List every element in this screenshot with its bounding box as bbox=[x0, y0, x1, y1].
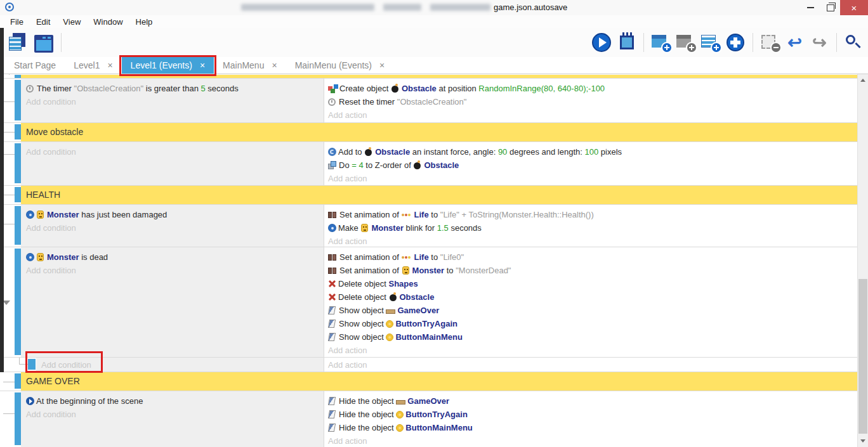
comment-text: HEALTH bbox=[21, 186, 857, 204]
tab-close-icon[interactable]: × bbox=[379, 60, 385, 70]
vertical-scrollbar[interactable] bbox=[857, 74, 868, 447]
action-line[interactable]: Show object ButtonMainMenu bbox=[328, 330, 853, 344]
tab-close-icon[interactable]: × bbox=[200, 60, 205, 70]
action-line[interactable]: Set animation of Life to "Life0" bbox=[328, 250, 853, 264]
event-selector-bar[interactable] bbox=[15, 249, 21, 355]
event-selector-bar[interactable] bbox=[28, 359, 36, 370]
add-condition-placeholder[interactable]: Add condition bbox=[26, 264, 319, 277]
action-line[interactable]: Reset the timer "ObstacleCreation" bbox=[328, 95, 853, 108]
tab-bar: Start Page Level1 × Level1 (Events) × Ma… bbox=[0, 57, 868, 74]
menu-view[interactable]: View bbox=[56, 17, 87, 27]
tab-level1-events[interactable]: Level1 (Events) × bbox=[122, 57, 214, 74]
action-line[interactable]: Hide the object ButtonTryAgain bbox=[328, 408, 853, 421]
condition-line[interactable]: Monster has just been damaged bbox=[26, 208, 319, 221]
tab-mainmenu-events[interactable]: MainMenu (Events) × bbox=[286, 57, 394, 74]
add-subevent-icon[interactable] bbox=[675, 32, 696, 53]
tree-tick bbox=[3, 382, 15, 382]
add-condition-placeholder[interactable]: Add condition bbox=[26, 221, 319, 235]
scroll-up-icon[interactable] bbox=[860, 79, 865, 82]
add-event-icon[interactable] bbox=[650, 32, 671, 53]
action-line[interactable]: Hide the object ButtonMainMenu bbox=[328, 421, 853, 434]
add-action-placeholder[interactable]: Add action bbox=[328, 108, 853, 122]
comment-cell[interactable]: HEALTH bbox=[21, 186, 857, 204]
add-circle-icon[interactable] bbox=[727, 34, 744, 51]
debug-icon[interactable] bbox=[620, 36, 634, 49]
menu-edit[interactable]: Edit bbox=[30, 17, 56, 27]
add-action-placeholder[interactable]: Add action bbox=[328, 344, 853, 357]
comment-cell[interactable] bbox=[21, 75, 857, 78]
event-selector-bar[interactable] bbox=[15, 392, 21, 445]
play-icon[interactable] bbox=[592, 33, 611, 52]
action-line[interactable]: Hide the object GameOver bbox=[328, 394, 853, 408]
undo-icon[interactable]: ↩ bbox=[784, 32, 805, 53]
minimize-button[interactable] bbox=[801, 0, 820, 15]
add-condition-placeholder[interactable]: Add condition bbox=[26, 408, 319, 421]
scene-editor-icon[interactable] bbox=[34, 35, 53, 53]
menu-help[interactable]: Help bbox=[129, 17, 159, 27]
event-selector-bar[interactable] bbox=[15, 373, 21, 389]
close-button[interactable]: × bbox=[840, 0, 868, 15]
visibility-icon bbox=[328, 410, 336, 418]
tree-tick bbox=[3, 154, 15, 155]
event-selector-bar[interactable] bbox=[15, 80, 21, 120]
action-line[interactable]: Add to Obstacle an instant force, angle:… bbox=[328, 145, 853, 159]
text-run: Show object bbox=[339, 306, 386, 315]
condition-line[interactable]: The timer "ObstacleCreation" is greater … bbox=[26, 82, 319, 95]
action-line[interactable]: Set animation of Monster to "MonsterDead… bbox=[328, 264, 853, 277]
add-condition-placeholder[interactable]: Add condition bbox=[41, 358, 319, 372]
comment-cell[interactable]: Move obstacle bbox=[21, 123, 857, 141]
scrollbar-thumb[interactable] bbox=[858, 279, 867, 434]
button-icon bbox=[386, 334, 393, 341]
text-run: "Life" + ToString(Monster.Health::Health… bbox=[440, 210, 594, 219]
add-condition-placeholder[interactable]: Add condition bbox=[26, 145, 319, 159]
action-line[interactable]: Delete object Obstacle bbox=[328, 290, 853, 304]
text-run: ButtonMainMenu bbox=[395, 332, 462, 342]
subevent-row: Add condition Add action bbox=[0, 358, 857, 372]
condition-line[interactable]: At the beginning of the scene bbox=[26, 394, 319, 408]
action-line[interactable]: Create object Obstacle at position Rando… bbox=[328, 82, 853, 95]
comment-cell[interactable]: GAME OVER bbox=[21, 372, 857, 391]
event-selector-bar[interactable] bbox=[15, 143, 21, 183]
add-action-placeholder[interactable]: Add action bbox=[328, 434, 853, 447]
action-line[interactable]: Show object ButtonTryAgain bbox=[328, 317, 853, 330]
action-line[interactable]: Do = 4 to Z-order of Obstacle bbox=[328, 159, 853, 172]
scroll-down-icon[interactable] bbox=[860, 439, 865, 443]
redo-icon[interactable]: ↩ bbox=[809, 32, 830, 53]
minimize-icon bbox=[807, 7, 814, 8]
action-line[interactable]: Set animation of Life to "Life" + ToStri… bbox=[328, 208, 853, 221]
monster-icon bbox=[37, 211, 44, 219]
restore-button[interactable] bbox=[820, 0, 840, 15]
timer-icon bbox=[26, 85, 34, 93]
menu-window[interactable]: Window bbox=[87, 17, 129, 27]
menu-file[interactable]: File bbox=[4, 17, 30, 27]
event-selector-bar[interactable] bbox=[15, 206, 21, 245]
add-action-placeholder[interactable]: Add action bbox=[328, 235, 853, 247]
add-comment-icon[interactable] bbox=[700, 32, 721, 53]
action-line[interactable]: Show object GameOver bbox=[328, 304, 853, 317]
remove-event-icon[interactable] bbox=[760, 32, 780, 53]
event-selector-bar[interactable] bbox=[15, 187, 21, 202]
window-title: game.json.autosave bbox=[494, 3, 567, 12]
text-run: ButtonTryAgain bbox=[405, 410, 468, 419]
title-bar: game.json.autosave × bbox=[0, 0, 868, 16]
event-selector-bar[interactable] bbox=[15, 124, 21, 139]
add-action-placeholder[interactable]: Add action bbox=[328, 358, 853, 372]
tab-close-icon[interactable]: × bbox=[272, 60, 277, 70]
tab-close-icon[interactable]: × bbox=[107, 60, 112, 70]
event-selector-bar[interactable] bbox=[15, 75, 21, 78]
condition-line[interactable]: Monster is dead bbox=[26, 250, 319, 264]
action-line[interactable]: Make Monster blink for 1.5 seconds bbox=[328, 221, 853, 235]
gdevelop-logo-icon bbox=[5, 3, 14, 11]
text-run: Do bbox=[339, 160, 352, 170]
add-action-placeholder[interactable]: Add action bbox=[328, 172, 853, 185]
search-icon[interactable] bbox=[843, 32, 864, 53]
text-run: at position bbox=[437, 84, 479, 93]
conditions-cell: The timer "ObstacleCreation" is greater … bbox=[21, 79, 324, 122]
tab-start-page[interactable]: Start Page bbox=[5, 57, 65, 74]
tab-level1[interactable]: Level1 × bbox=[65, 57, 121, 74]
tab-mainmenu[interactable]: MainMenu × bbox=[214, 57, 286, 74]
action-line[interactable]: Delete object Shapes bbox=[328, 277, 853, 290]
project-manager-icon[interactable] bbox=[6, 32, 27, 53]
add-condition-placeholder[interactable]: Add condition bbox=[26, 95, 319, 108]
comment-row: GAME OVER bbox=[0, 372, 857, 391]
